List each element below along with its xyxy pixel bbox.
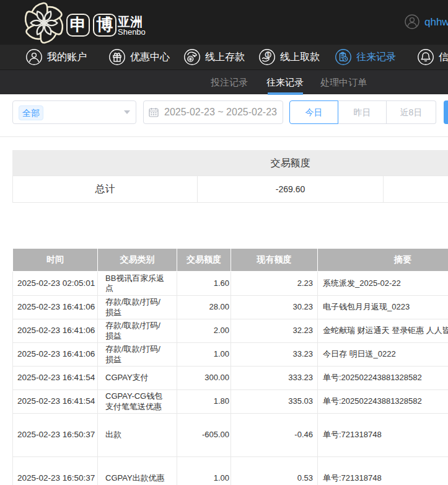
svg-text:$: $ xyxy=(266,51,270,58)
